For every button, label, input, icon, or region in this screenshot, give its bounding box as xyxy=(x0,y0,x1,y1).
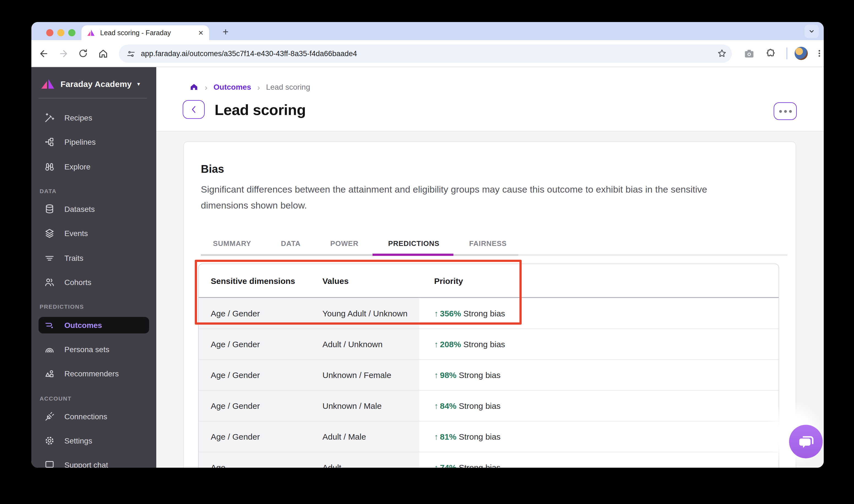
cell-dimension: Age xyxy=(199,452,310,468)
sidebar-item-traits[interactable]: Traits xyxy=(38,250,149,266)
filter-lines-icon xyxy=(44,253,55,264)
chevron-left-icon xyxy=(191,106,197,113)
database-icon xyxy=(44,203,55,215)
bookmark-star-icon[interactable] xyxy=(715,47,729,60)
home-icon[interactable] xyxy=(96,47,109,60)
cell-values: Unknown / Female xyxy=(310,360,419,390)
up-arrow-icon: ↑ xyxy=(434,401,438,411)
sidebar-item-label: Explore xyxy=(65,162,91,171)
delta-percent: 74% xyxy=(440,463,456,468)
address-bar[interactable]: app.faraday.ai/outcomes/a35c7f14-e430-43… xyxy=(119,44,732,63)
table-row[interactable]: Age Adult ↑74% Strong bias xyxy=(199,452,779,468)
sidebar-item-settings[interactable]: Settings xyxy=(38,432,149,449)
workspace-switcher[interactable]: Faraday Academy ▾ xyxy=(41,76,151,91)
table-row[interactable]: Age / Gender Unknown / Female ↑98% Stron… xyxy=(199,359,779,390)
up-arrow-icon: ↑ xyxy=(434,463,438,468)
cell-priority: ↑74% Strong bias xyxy=(419,463,779,468)
sidebar-item-events[interactable]: Events xyxy=(38,225,149,241)
sidebar-item-label: Events xyxy=(65,229,88,238)
url-text: app.faraday.ai/outcomes/a35c7f14-e430-43… xyxy=(141,50,357,58)
cell-values: Adult xyxy=(310,452,419,468)
annotation-box xyxy=(195,260,522,325)
sidebar-item-recommenders[interactable]: Recommenders xyxy=(38,365,149,382)
sidebar-item-outcomes[interactable]: Outcomes xyxy=(38,317,149,334)
tab-summary[interactable]: SUMMARY xyxy=(213,239,251,248)
extensions-puzzle-icon[interactable] xyxy=(763,47,777,60)
back-icon[interactable] xyxy=(37,47,50,60)
kebab-dot xyxy=(779,110,782,112)
sidebar-item-persona-sets[interactable]: Persona sets xyxy=(38,341,149,358)
sidebar-item-support-chat[interactable]: Support chat xyxy=(38,457,149,468)
chat-square-icon xyxy=(44,460,55,468)
kebab-dot xyxy=(789,110,792,112)
tabs-underline-track-dark xyxy=(201,254,519,256)
bias-heading: Bias xyxy=(201,163,224,176)
window-minimize-button[interactable] xyxy=(57,29,65,36)
tab-close-icon[interactable]: ✕ xyxy=(198,29,204,37)
sidebar-divider xyxy=(38,98,147,98)
cell-values: Unknown / Male xyxy=(310,391,419,421)
sidebar-item-label: Settings xyxy=(65,436,92,445)
bias-strength-label: Strong bias xyxy=(459,401,501,411)
delta-percent: 84% xyxy=(440,401,456,411)
cell-dimension: Age / Gender xyxy=(199,391,310,421)
sidebar-item-recipes[interactable]: Recipes xyxy=(38,109,149,126)
forward-icon[interactable] xyxy=(57,47,70,60)
window-close-button[interactable] xyxy=(46,29,53,36)
gear-icon xyxy=(44,435,55,446)
sidebar-item-explore[interactable]: Explore xyxy=(38,159,149,175)
delta-percent: 81% xyxy=(440,432,456,441)
window-zoom-button[interactable] xyxy=(68,29,75,36)
sidebar-item-label: Pipelines xyxy=(65,138,96,146)
table-row[interactable]: Age / Gender Adult / Male ↑81% Strong bi… xyxy=(199,421,779,452)
browser-tab[interactable]: Lead scoring - Faraday ✕ xyxy=(81,25,209,40)
tab-fairness[interactable]: FAIRNESS xyxy=(469,239,507,248)
tab-search-button[interactable] xyxy=(804,25,819,38)
cell-values: Adult / Male xyxy=(310,421,419,452)
sidebar-item-cohorts[interactable]: Cohorts xyxy=(38,274,149,290)
table-row[interactable]: Age / Gender Unknown / Male ↑84% Strong … xyxy=(199,390,779,421)
table-row[interactable]: Age / Gender Adult / Unknown ↑208% Stron… xyxy=(199,328,779,359)
back-button[interactable] xyxy=(183,100,205,119)
tab-power[interactable]: POWER xyxy=(330,239,359,248)
reload-icon[interactable] xyxy=(76,47,90,60)
kebab-dot xyxy=(784,110,786,112)
up-arrow-icon: ↑ xyxy=(434,432,438,441)
page-title: Lead scoring xyxy=(215,101,306,120)
up-arrow-icon: ↑ xyxy=(434,340,438,349)
cell-values: Adult / Unknown xyxy=(310,329,419,359)
support-chat-launcher[interactable] xyxy=(789,425,823,458)
faraday-logo xyxy=(41,78,56,89)
sidebar-item-pipelines[interactable]: Pipelines xyxy=(38,134,149,150)
more-actions-button[interactable] xyxy=(774,102,797,120)
new-tab-button[interactable]: + xyxy=(218,25,233,40)
plug-icon xyxy=(44,411,55,422)
up-arrow-icon: ↑ xyxy=(434,370,438,380)
breadcrumb: › Outcomes › Lead scoring xyxy=(189,82,310,92)
tab-predictions[interactable]: PREDICTIONS xyxy=(388,239,440,248)
site-settings-icon[interactable] xyxy=(127,49,135,58)
breadcrumb-link-outcomes[interactable]: Outcomes xyxy=(214,83,251,91)
sidebar-item-label: Outcomes xyxy=(65,321,102,329)
camera-icon[interactable] xyxy=(742,47,756,60)
sidebar-item-label: Datasets xyxy=(65,205,95,214)
screenshot-stage: Lead scoring - Faraday ✕ + app.faraday.a… xyxy=(0,0,854,504)
bias-description: Significant differences between the atta… xyxy=(201,182,757,214)
cell-dimension: Age / Gender xyxy=(199,360,310,390)
sidebar-item-label: Cohorts xyxy=(65,278,91,287)
sidebar-item-label: Recipes xyxy=(65,113,92,122)
breadcrumb-home-icon[interactable] xyxy=(189,83,199,91)
workspace-caret-icon: ▾ xyxy=(137,80,140,87)
wand-icon xyxy=(44,112,55,123)
bias-strength-label: Strong bias xyxy=(459,370,501,380)
sidebar-section-predictions: PREDICTIONS xyxy=(40,303,84,312)
shapes-icon xyxy=(44,368,55,379)
sidebar-item-connections[interactable]: Connections xyxy=(38,408,149,425)
tab-data[interactable]: DATA xyxy=(281,239,301,248)
browser-menu-kebab-icon[interactable] xyxy=(813,47,824,60)
sidebar-item-datasets[interactable]: Datasets xyxy=(38,201,149,217)
workspace-name: Faraday Academy xyxy=(60,79,132,88)
binoculars-icon xyxy=(44,161,55,172)
profile-avatar[interactable] xyxy=(795,47,808,60)
route-icon xyxy=(44,320,55,331)
